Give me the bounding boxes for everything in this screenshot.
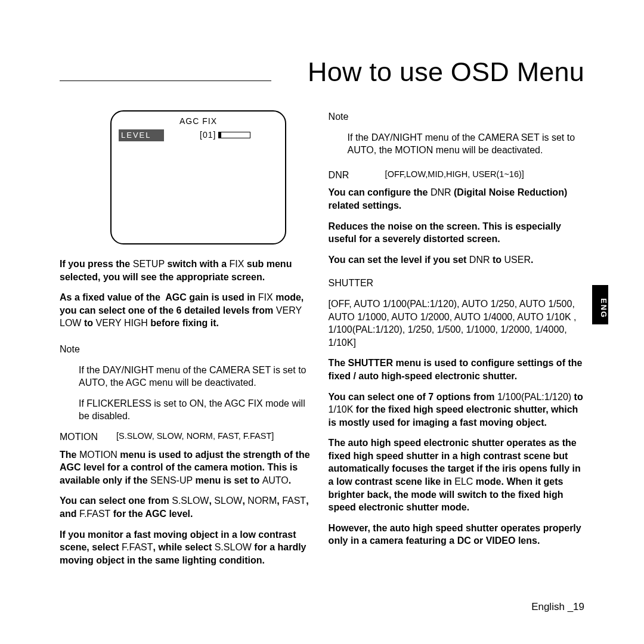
right-column: Note If the DAY/NIGHT menu of the CAMERA… — [329, 110, 587, 574]
right-p7: However, the auto high speed shutter ope… — [329, 522, 587, 547]
left-p3: The MOTION menu is used to adjust the st… — [60, 448, 318, 487]
left-note1: If the DAY/NIGHT menu of the CAMERA SET … — [79, 364, 318, 389]
left-p5: If you monitor a fast moving object in a… — [60, 528, 318, 567]
footer-page: _19 — [568, 601, 584, 612]
osd-screen: AGC FIX LEVEL [01] — [110, 110, 286, 244]
left-p1: If you press the SETUP switch with a FIX… — [60, 258, 318, 283]
osd-row-level: LEVEL [01] — [119, 129, 278, 141]
left-note2: If FLICKERLESS is set to ON, the AGC FIX… — [79, 397, 318, 423]
motion-label: MOTION — [60, 431, 116, 444]
page-footer: English _19 — [531, 601, 584, 613]
footer-language: English — [531, 601, 565, 612]
content-columns: AGC FIX LEVEL [01] If you press the SETU… — [60, 110, 592, 574]
dnr-label: DNR — [329, 169, 385, 182]
left-note-label: Note — [60, 343, 318, 356]
page-title: How to use OSD Menu — [308, 57, 584, 88]
osd-title: AGC FIX — [119, 116, 278, 127]
motion-option-row: MOTION [S.SLOW, SLOW, NORM, FAST, F.FAST… — [60, 431, 318, 444]
right-p3: You can set the level if you set DNR to … — [329, 253, 587, 267]
shutter-opts: [OFF, AUTO 1/100(PAL:1/120), AUTO 1/250,… — [329, 298, 587, 349]
right-p5: You can select one of 7 options from 1/1… — [329, 391, 587, 429]
language-tab: ENG — [592, 285, 608, 324]
right-p2: Reduces the noise on the screen. This is… — [329, 220, 587, 246]
osd-level-slider — [218, 132, 250, 138]
motion-opts: [S.SLOW, SLOW, NORM, FAST, F.FAST] — [116, 431, 274, 444]
header-rule — [60, 80, 271, 81]
right-p1: You can configure the DNR (Digital Noise… — [329, 186, 587, 212]
right-p4: The SHUTTER menu is used to configure se… — [329, 357, 587, 382]
osd-level-value: [01] — [200, 129, 216, 141]
right-p6: The auto high speed electronic shutter o… — [329, 436, 587, 514]
dnr-opts: [OFF,LOW,MID,HIGH, USER(1~16)] — [385, 169, 524, 182]
dnr-option-row: DNR [OFF,LOW,MID,HIGH, USER(1~16)] — [329, 169, 587, 182]
left-column: AGC FIX LEVEL [01] If you press the SETU… — [60, 110, 318, 574]
right-note1: If the DAY/NIGHT menu of the CAMERA SET … — [348, 131, 587, 157]
left-p4: You can select one from S.SLOW, SLOW, NO… — [60, 494, 318, 520]
shutter-label: SHUTTER — [329, 277, 587, 290]
left-p2: As a fixed value of the AGC gain is used… — [60, 291, 318, 330]
right-note-label: Note — [329, 110, 587, 123]
osd-level-label: LEVEL — [119, 129, 164, 141]
